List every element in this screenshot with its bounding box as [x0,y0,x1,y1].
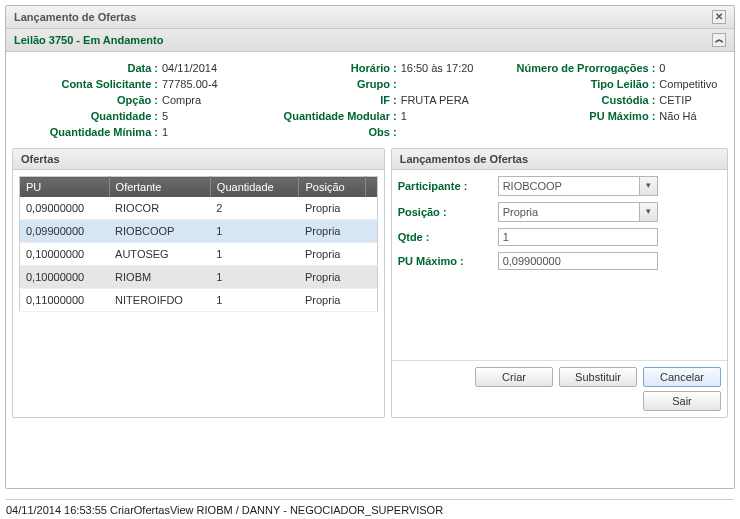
table-row[interactable]: 0,09000000RIOCOR2Propria [20,197,378,220]
lancamentos-header: Lançamentos de Ofertas [392,149,727,170]
quantidade-value: 5 [162,110,168,122]
pu-maximo-value: Não Há [659,110,696,122]
cell-spacer [365,289,377,312]
close-icon[interactable]: ✕ [712,10,726,24]
posicao-combo[interactable]: Propria ▾ [498,202,658,222]
table-row[interactable]: 0,09900000RIOBCOOP1Propria [20,220,378,243]
data-label: Data : [12,62,162,74]
posicao-value: Propria [499,204,639,220]
cell-pos: Propria [299,220,365,243]
qtd-modular-label: Quantidade Modular : [251,110,401,122]
details-col-1: Data :04/11/2014 Conta Solicitante :7778… [12,60,251,140]
posicao-label: Posição : [398,206,498,218]
participante-label: Participante : [398,180,498,192]
button-bar: Criar Substituir Cancelar Sair [392,360,727,417]
if-label: IF : [251,94,401,106]
cell-pos: Propria [299,243,365,266]
participante-combo[interactable]: RIOBCOOP ▾ [498,176,658,196]
lancamentos-panel: Lançamentos de Ofertas Participante : RI… [391,148,728,418]
lancamentos-body: Participante : RIOBCOOP ▾ Posição : Prop… [392,170,727,360]
table-row[interactable]: 0,10000000AUTOSEG1Propria [20,243,378,266]
qtd-minima-value: 1 [162,126,168,138]
chevron-down-icon[interactable]: ▾ [639,177,657,195]
cell-spacer [365,220,377,243]
pu-maximo-form-label: PU Máximo : [398,255,498,267]
prorrogacoes-label: Número de Prorrogações : [489,62,659,74]
cell-pu: 0,11000000 [20,289,110,312]
cell-pu: 0,09000000 [20,197,110,220]
col-quantidade[interactable]: Quantidade [210,177,299,198]
qtd-modular-value: 1 [401,110,407,122]
cell-pos: Propria [299,289,365,312]
if-value: FRUTA PERA [401,94,469,106]
cell-spacer [365,197,377,220]
cell-ofertante: RIOCOR [109,197,210,220]
custodia-label: Custódia : [489,94,659,106]
participante-value: RIOBCOOP [499,178,639,194]
collapse-icon[interactable]: ︽ [712,33,726,47]
subheader: Leilão 3750 - Em Andamento ︽ [6,29,734,52]
cell-pos: Propria [299,266,365,289]
ofertas-panel: Ofertas PU Ofertante Quantidade Posição … [12,148,385,418]
obs-label: Obs : [251,126,401,138]
col-ofertante[interactable]: Ofertante [109,177,210,198]
opcao-label: Opção : [12,94,162,106]
col-posicao[interactable]: Posição [299,177,365,198]
qtd-minima-label: Quantidade Mínima : [12,126,162,138]
cell-pu: 0,10000000 [20,243,110,266]
cell-qtd: 1 [210,266,299,289]
titlebar: Lançamento de Ofertas ✕ [6,6,734,29]
pu-maximo-label: PU Máximo : [489,110,659,122]
qtde-input[interactable] [498,228,658,246]
tipo-leilao-label: Tipo Leilão : [489,78,659,90]
data-value: 04/11/2014 [162,62,217,74]
cell-qtd: 1 [210,243,299,266]
tipo-leilao-value: Competitivo [659,78,717,90]
criar-button[interactable]: Criar [475,367,553,387]
details-col-3: Número de Prorrogações :0 Tipo Leilão :C… [489,60,728,140]
ofertas-header: Ofertas [13,149,384,170]
cell-qtd: 1 [210,289,299,312]
table-row[interactable]: 0,10000000RIOBM1Propria [20,266,378,289]
horario-value: 16:50 às 17:20 [401,62,474,74]
cell-ofertante: AUTOSEG [109,243,210,266]
statusbar: 04/11/2014 16:53:55 CriarOfertasView RIO… [6,499,734,516]
sair-button[interactable]: Sair [643,391,721,411]
cell-pos: Propria [299,197,365,220]
chevron-down-icon[interactable]: ▾ [639,203,657,221]
ofertas-grid[interactable]: PU Ofertante Quantidade Posição 0,090000… [19,176,378,312]
ofertas-body: PU Ofertante Quantidade Posição 0,090000… [13,170,384,417]
pu-maximo-input[interactable] [498,252,658,270]
grupo-label: Grupo : [251,78,401,90]
cell-spacer [365,243,377,266]
opcao-value: Compra [162,94,201,106]
conta-label: Conta Solicitante : [12,78,162,90]
substituir-button[interactable]: Substituir [559,367,637,387]
cell-pu: 0,09900000 [20,220,110,243]
cell-ofertante: RIOBCOOP [109,220,210,243]
quantidade-label: Quantidade : [12,110,162,122]
details-panel: Data :04/11/2014 Conta Solicitante :7778… [6,52,734,142]
table-row[interactable]: 0,11000000NITEROIFDO1Propria [20,289,378,312]
cell-spacer [365,266,377,289]
cell-qtd: 1 [210,220,299,243]
horario-label: Horário : [251,62,401,74]
window: Lançamento de Ofertas ✕ Leilão 3750 - Em… [5,5,735,489]
qtde-label: Qtde : [398,231,498,243]
window-title: Lançamento de Ofertas [14,11,136,23]
details-col-2: Horário :16:50 às 17:20 Grupo : IF :FRUT… [251,60,490,140]
subheader-text: Leilão 3750 - Em Andamento [14,34,163,46]
custodia-value: CETIP [659,94,691,106]
cell-qtd: 2 [210,197,299,220]
prorrogacoes-value: 0 [659,62,665,74]
cancelar-button[interactable]: Cancelar [643,367,721,387]
conta-value: 77785.00-4 [162,78,218,90]
col-spacer [365,177,377,198]
panels: Ofertas PU Ofertante Quantidade Posição … [6,142,734,418]
cell-pu: 0,10000000 [20,266,110,289]
cell-ofertante: RIOBM [109,266,210,289]
col-pu[interactable]: PU [20,177,110,198]
cell-ofertante: NITEROIFDO [109,289,210,312]
